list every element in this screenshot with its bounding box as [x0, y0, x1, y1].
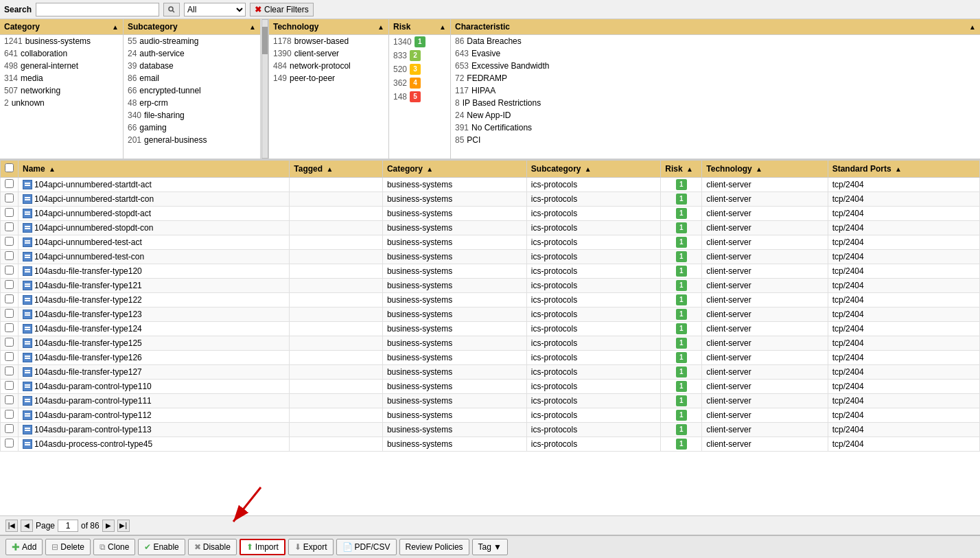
list-item[interactable]: 66gaming: [124, 121, 260, 134]
list-item[interactable]: 498general-internet: [0, 60, 123, 72]
tag-button[interactable]: Tag ▼: [472, 539, 508, 555]
delete-button[interactable]: ⊟ Delete: [45, 539, 91, 555]
table-row[interactable]: 104asdu-param-control-type111 business-s…: [1, 394, 980, 408]
row-checkbox[interactable]: [5, 208, 14, 217]
list-item[interactable]: 484network-protocol: [269, 60, 388, 72]
list-item[interactable]: 1485: [389, 90, 450, 104]
list-item[interactable]: 86Data Breaches: [451, 35, 980, 47]
table-row[interactable]: 104apci-unnumbered-stopdt-act business-s…: [1, 207, 980, 221]
list-item[interactable]: 24New App-ID: [451, 109, 980, 121]
list-item[interactable]: 55audio-streaming: [124, 35, 260, 47]
list-item[interactable]: 13401: [389, 35, 450, 49]
row-checkbox[interactable]: [5, 439, 14, 447]
table-row[interactable]: 104apci-unnumbered-startdt-act business-…: [1, 178, 980, 192]
list-item[interactable]: 48erp-crm: [124, 97, 260, 109]
row-checkbox[interactable]: [5, 222, 14, 231]
first-page-button[interactable]: |◀: [5, 520, 18, 532]
list-item[interactable]: 1390client-server: [269, 47, 388, 60]
search-button[interactable]: [163, 3, 180, 16]
table-row[interactable]: 104asdu-param-control-type110 business-s…: [1, 380, 980, 394]
table-row[interactable]: 104asdu-file-transfer-type123 business-s…: [1, 307, 980, 322]
th-category[interactable]: Category ▲: [382, 161, 526, 178]
row-checkbox[interactable]: [5, 410, 14, 419]
table-row[interactable]: 104apci-unnumbered-stopdt-con business-s…: [1, 221, 980, 235]
row-checkbox[interactable]: [5, 323, 14, 332]
table-row[interactable]: 104asdu-param-control-type112 business-s…: [1, 408, 980, 423]
prev-page-button[interactable]: ◀: [21, 520, 33, 532]
row-checkbox[interactable]: [5, 194, 14, 202]
filter-dropdown[interactable]: All: [184, 3, 246, 16]
list-item[interactable]: 5203: [389, 62, 450, 76]
table-row[interactable]: 104asdu-file-transfer-type126 business-s…: [1, 351, 980, 365]
category-header[interactable]: Category ▲: [0, 19, 123, 35]
search-input[interactable]: [36, 3, 159, 16]
list-item[interactable]: 643Evasive: [451, 47, 980, 60]
list-item[interactable]: 507networking: [0, 84, 123, 97]
row-checkbox[interactable]: [5, 280, 14, 289]
list-item[interactable]: 8332: [389, 49, 450, 62]
th-technology[interactable]: Technology ▲: [702, 161, 828, 178]
list-item[interactable]: 653Excessive Bandwidth: [451, 60, 980, 72]
next-page-button[interactable]: ▶: [102, 520, 115, 532]
table-row[interactable]: 104apci-unnumbered-test-con business-sys…: [1, 250, 980, 264]
table-row[interactable]: 104asdu-file-transfer-type127 business-s…: [1, 365, 980, 380]
list-item[interactable]: 201general-business: [124, 134, 260, 146]
row-checkbox[interactable]: [5, 266, 14, 275]
row-checkbox[interactable]: [5, 395, 14, 404]
technology-header[interactable]: Technology ▲: [269, 19, 388, 35]
list-item[interactable]: 641collaboration: [0, 47, 123, 60]
row-checkbox[interactable]: [5, 294, 14, 303]
list-item[interactable]: 1178browser-based: [269, 35, 388, 47]
list-item[interactable]: 66encrypted-tunnel: [124, 84, 260, 97]
list-item[interactable]: 117HIPAA: [451, 84, 980, 97]
row-checkbox[interactable]: [5, 338, 14, 347]
list-item[interactable]: 72FEDRAMP: [451, 72, 980, 84]
subcategory-scrollbar[interactable]: [261, 19, 269, 159]
row-checkbox[interactable]: [5, 237, 14, 246]
row-checkbox[interactable]: [5, 367, 14, 375]
list-item[interactable]: 2unknown: [0, 97, 123, 109]
disable-button[interactable]: ✖ Disable: [188, 539, 237, 555]
list-item[interactable]: 149peer-to-peer: [269, 72, 388, 84]
clone-button[interactable]: ⧉ Clone: [93, 539, 135, 555]
row-checkbox[interactable]: [5, 381, 14, 390]
row-checkbox[interactable]: [5, 251, 14, 260]
pdf-csv-button[interactable]: 📄 PDF/CSV: [336, 539, 397, 555]
th-ports[interactable]: Standard Ports ▲: [828, 161, 979, 178]
list-item[interactable]: 391No Certifications: [451, 121, 980, 134]
row-checkbox[interactable]: [5, 179, 14, 188]
list-item[interactable]: 85PCI: [451, 134, 980, 146]
th-tagged[interactable]: Tagged ▲: [290, 161, 383, 178]
import-button[interactable]: ⬆ Import: [240, 539, 285, 555]
last-page-button[interactable]: ▶|: [117, 520, 130, 532]
row-checkbox[interactable]: [5, 424, 14, 433]
row-checkbox[interactable]: [5, 309, 14, 318]
table-row[interactable]: 104asdu-param-control-type113 business-s…: [1, 423, 980, 437]
table-row[interactable]: 104asdu-file-transfer-type124 business-s…: [1, 322, 980, 336]
table-row[interactable]: 104asdu-file-transfer-type120 business-s…: [1, 264, 980, 279]
select-all-checkbox[interactable]: [5, 163, 14, 172]
export-button[interactable]: ⬇ Export: [288, 539, 334, 555]
list-item[interactable]: 8IP Based Restrictions: [451, 97, 980, 109]
clear-filters-button[interactable]: ✖ Clear Filters: [250, 3, 314, 16]
table-row[interactable]: 104apci-unnumbered-test-act business-sys…: [1, 235, 980, 250]
list-item[interactable]: 340file-sharing: [124, 109, 260, 121]
characteristic-header[interactable]: Characteristic ▲: [451, 19, 980, 35]
list-item[interactable]: 24auth-service: [124, 47, 260, 60]
list-item[interactable]: 86email: [124, 72, 260, 84]
th-risk[interactable]: Risk ▲: [661, 161, 702, 178]
table-row[interactable]: 104asdu-process-control-type45 business-…: [1, 437, 980, 452]
table-row[interactable]: 104apci-unnumbered-startdt-con business-…: [1, 192, 980, 207]
enable-button[interactable]: ✔ Enable: [138, 539, 185, 555]
list-item[interactable]: 314media: [0, 72, 123, 84]
th-name[interactable]: Name ▲: [19, 161, 290, 178]
add-button[interactable]: ✚ Add: [5, 539, 43, 555]
th-subcategory[interactable]: Subcategory ▲: [526, 161, 660, 178]
list-item[interactable]: 39database: [124, 60, 260, 72]
review-policies-button[interactable]: Review Policies: [399, 539, 469, 555]
table-row[interactable]: 104asdu-file-transfer-type122 business-s…: [1, 293, 980, 307]
row-checkbox[interactable]: [5, 352, 14, 361]
table-row[interactable]: 104asdu-file-transfer-type121 business-s…: [1, 279, 980, 293]
list-item[interactable]: 1241business-systems: [0, 35, 123, 47]
page-number-input[interactable]: [58, 520, 78, 532]
